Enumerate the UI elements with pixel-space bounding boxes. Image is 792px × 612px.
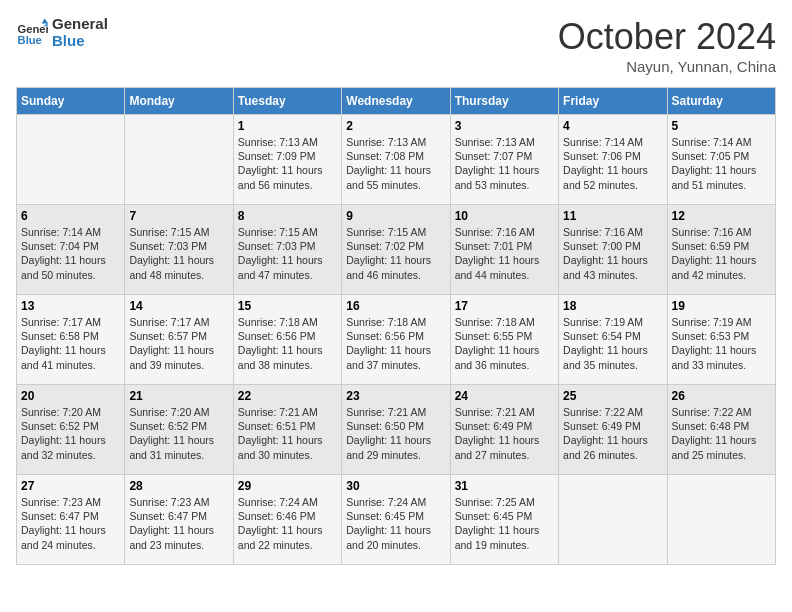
weekday-header-friday: Friday [559, 88, 667, 115]
weekday-header-saturday: Saturday [667, 88, 775, 115]
day-number: 21 [129, 389, 228, 403]
calendar-cell: 14Sunrise: 7:17 AMSunset: 6:57 PMDayligh… [125, 295, 233, 385]
week-row-5: 27Sunrise: 7:23 AMSunset: 6:47 PMDayligh… [17, 475, 776, 565]
day-info: Sunrise: 7:18 AMSunset: 6:55 PMDaylight:… [455, 315, 554, 372]
day-number: 4 [563, 119, 662, 133]
svg-text:General: General [18, 23, 48, 35]
day-number: 2 [346, 119, 445, 133]
calendar-cell: 17Sunrise: 7:18 AMSunset: 6:55 PMDayligh… [450, 295, 558, 385]
calendar-cell: 5Sunrise: 7:14 AMSunset: 7:05 PMDaylight… [667, 115, 775, 205]
calendar-cell: 11Sunrise: 7:16 AMSunset: 7:00 PMDayligh… [559, 205, 667, 295]
calendar-cell: 31Sunrise: 7:25 AMSunset: 6:45 PMDayligh… [450, 475, 558, 565]
day-info: Sunrise: 7:19 AMSunset: 6:54 PMDaylight:… [563, 315, 662, 372]
calendar-cell [125, 115, 233, 205]
calendar-cell: 15Sunrise: 7:18 AMSunset: 6:56 PMDayligh… [233, 295, 341, 385]
day-info: Sunrise: 7:14 AMSunset: 7:05 PMDaylight:… [672, 135, 771, 192]
calendar-cell: 19Sunrise: 7:19 AMSunset: 6:53 PMDayligh… [667, 295, 775, 385]
day-info: Sunrise: 7:17 AMSunset: 6:58 PMDaylight:… [21, 315, 120, 372]
day-number: 30 [346, 479, 445, 493]
week-row-2: 6Sunrise: 7:14 AMSunset: 7:04 PMDaylight… [17, 205, 776, 295]
day-number: 20 [21, 389, 120, 403]
day-number: 12 [672, 209, 771, 223]
day-info: Sunrise: 7:20 AMSunset: 6:52 PMDaylight:… [21, 405, 120, 462]
day-info: Sunrise: 7:13 AMSunset: 7:07 PMDaylight:… [455, 135, 554, 192]
weekday-header-row: SundayMondayTuesdayWednesdayThursdayFrid… [17, 88, 776, 115]
month-title: October 2024 [558, 16, 776, 58]
day-info: Sunrise: 7:22 AMSunset: 6:49 PMDaylight:… [563, 405, 662, 462]
day-number: 28 [129, 479, 228, 493]
calendar-cell: 25Sunrise: 7:22 AMSunset: 6:49 PMDayligh… [559, 385, 667, 475]
day-number: 9 [346, 209, 445, 223]
day-info: Sunrise: 7:21 AMSunset: 6:51 PMDaylight:… [238, 405, 337, 462]
day-info: Sunrise: 7:13 AMSunset: 7:09 PMDaylight:… [238, 135, 337, 192]
calendar-cell: 6Sunrise: 7:14 AMSunset: 7:04 PMDaylight… [17, 205, 125, 295]
day-info: Sunrise: 7:17 AMSunset: 6:57 PMDaylight:… [129, 315, 228, 372]
calendar-cell: 2Sunrise: 7:13 AMSunset: 7:08 PMDaylight… [342, 115, 450, 205]
day-info: Sunrise: 7:14 AMSunset: 7:06 PMDaylight:… [563, 135, 662, 192]
day-number: 11 [563, 209, 662, 223]
logo-icon: General Blue [16, 17, 48, 49]
calendar-cell: 28Sunrise: 7:23 AMSunset: 6:47 PMDayligh… [125, 475, 233, 565]
day-number: 17 [455, 299, 554, 313]
day-number: 18 [563, 299, 662, 313]
weekday-header-sunday: Sunday [17, 88, 125, 115]
day-info: Sunrise: 7:24 AMSunset: 6:46 PMDaylight:… [238, 495, 337, 552]
title-block: October 2024 Nayun, Yunnan, China [558, 16, 776, 75]
day-number: 6 [21, 209, 120, 223]
day-info: Sunrise: 7:15 AMSunset: 7:03 PMDaylight:… [238, 225, 337, 282]
week-row-4: 20Sunrise: 7:20 AMSunset: 6:52 PMDayligh… [17, 385, 776, 475]
day-number: 19 [672, 299, 771, 313]
page-header: General Blue General Blue October 2024 N… [16, 16, 776, 75]
calendar-cell: 27Sunrise: 7:23 AMSunset: 6:47 PMDayligh… [17, 475, 125, 565]
location: Nayun, Yunnan, China [558, 58, 776, 75]
day-number: 15 [238, 299, 337, 313]
day-info: Sunrise: 7:24 AMSunset: 6:45 PMDaylight:… [346, 495, 445, 552]
day-number: 14 [129, 299, 228, 313]
day-number: 24 [455, 389, 554, 403]
calendar-cell: 24Sunrise: 7:21 AMSunset: 6:49 PMDayligh… [450, 385, 558, 475]
calendar-cell: 20Sunrise: 7:20 AMSunset: 6:52 PMDayligh… [17, 385, 125, 475]
day-info: Sunrise: 7:18 AMSunset: 6:56 PMDaylight:… [346, 315, 445, 372]
calendar-cell: 13Sunrise: 7:17 AMSunset: 6:58 PMDayligh… [17, 295, 125, 385]
calendar-cell: 26Sunrise: 7:22 AMSunset: 6:48 PMDayligh… [667, 385, 775, 475]
day-number: 27 [21, 479, 120, 493]
calendar-cell [559, 475, 667, 565]
day-number: 1 [238, 119, 337, 133]
calendar-cell: 16Sunrise: 7:18 AMSunset: 6:56 PMDayligh… [342, 295, 450, 385]
day-info: Sunrise: 7:15 AMSunset: 7:02 PMDaylight:… [346, 225, 445, 282]
calendar-cell: 22Sunrise: 7:21 AMSunset: 6:51 PMDayligh… [233, 385, 341, 475]
svg-marker-2 [42, 18, 48, 23]
day-number: 16 [346, 299, 445, 313]
weekday-header-thursday: Thursday [450, 88, 558, 115]
weekday-header-wednesday: Wednesday [342, 88, 450, 115]
calendar-cell: 9Sunrise: 7:15 AMSunset: 7:02 PMDaylight… [342, 205, 450, 295]
logo-text-blue: Blue [52, 33, 108, 50]
day-info: Sunrise: 7:16 AMSunset: 7:00 PMDaylight:… [563, 225, 662, 282]
day-info: Sunrise: 7:14 AMSunset: 7:04 PMDaylight:… [21, 225, 120, 282]
day-info: Sunrise: 7:16 AMSunset: 6:59 PMDaylight:… [672, 225, 771, 282]
calendar-cell [17, 115, 125, 205]
calendar-cell: 8Sunrise: 7:15 AMSunset: 7:03 PMDaylight… [233, 205, 341, 295]
calendar-cell: 30Sunrise: 7:24 AMSunset: 6:45 PMDayligh… [342, 475, 450, 565]
calendar-table: SundayMondayTuesdayWednesdayThursdayFrid… [16, 87, 776, 565]
day-info: Sunrise: 7:15 AMSunset: 7:03 PMDaylight:… [129, 225, 228, 282]
day-info: Sunrise: 7:22 AMSunset: 6:48 PMDaylight:… [672, 405, 771, 462]
calendar-cell [667, 475, 775, 565]
day-info: Sunrise: 7:23 AMSunset: 6:47 PMDaylight:… [129, 495, 228, 552]
day-number: 29 [238, 479, 337, 493]
day-info: Sunrise: 7:19 AMSunset: 6:53 PMDaylight:… [672, 315, 771, 372]
day-number: 7 [129, 209, 228, 223]
calendar-cell: 10Sunrise: 7:16 AMSunset: 7:01 PMDayligh… [450, 205, 558, 295]
day-info: Sunrise: 7:23 AMSunset: 6:47 PMDaylight:… [21, 495, 120, 552]
week-row-1: 1Sunrise: 7:13 AMSunset: 7:09 PMDaylight… [17, 115, 776, 205]
logo-text-general: General [52, 16, 108, 33]
day-info: Sunrise: 7:13 AMSunset: 7:08 PMDaylight:… [346, 135, 445, 192]
day-number: 26 [672, 389, 771, 403]
calendar-cell: 7Sunrise: 7:15 AMSunset: 7:03 PMDaylight… [125, 205, 233, 295]
calendar-cell: 23Sunrise: 7:21 AMSunset: 6:50 PMDayligh… [342, 385, 450, 475]
day-number: 23 [346, 389, 445, 403]
day-number: 5 [672, 119, 771, 133]
logo: General Blue General Blue [16, 16, 108, 49]
day-info: Sunrise: 7:20 AMSunset: 6:52 PMDaylight:… [129, 405, 228, 462]
day-info: Sunrise: 7:25 AMSunset: 6:45 PMDaylight:… [455, 495, 554, 552]
